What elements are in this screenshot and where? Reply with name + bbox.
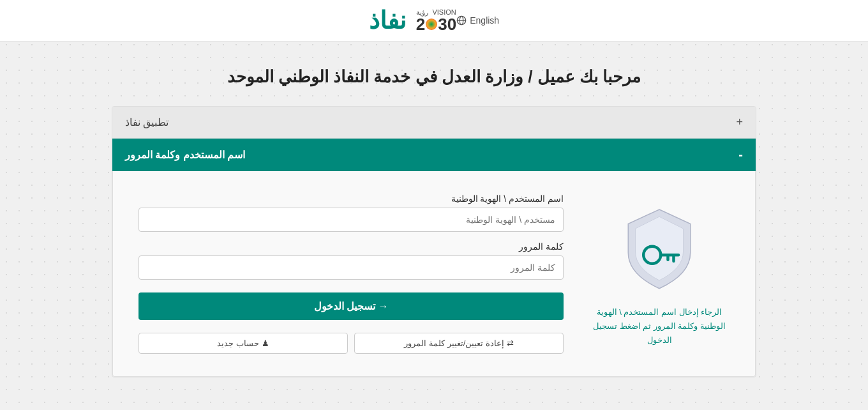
instruction-text: الرجاء إدخال اسم المستخدم \ الهوية الوطن… [589,305,730,347]
vision-year: 230 [416,16,456,33]
shield-key-illustration [611,200,707,296]
nafath-logo: نفاذ [369,6,407,34]
password-label: كلمة المرور [138,241,564,252]
username-label: اسم المستخدم \ الهوية الوطنية [138,194,564,204]
password-input[interactable] [138,255,564,280]
action-buttons: ⇄ إعادة تعيين/تغيير كلمة المرور ♟ حساب ج… [138,333,564,354]
credentials-collapse-icon: - [738,148,743,162]
credentials-tab-label: اسم المستخدم وكلمة المرور [125,149,245,161]
new-account-button[interactable]: ♟ حساب جديد [138,333,348,354]
illustration-section: الرجاء إدخال اسم المستخدم \ الهوية الوطن… [589,194,730,347]
accordion: + تطبيق نفاذ - اسم المستخدم وكلمة المرور… [112,106,756,377]
login-button[interactable]: → تسجيل الدخول [138,292,564,320]
nafath-expand-icon: + [736,116,743,129]
username-input[interactable] [138,208,564,232]
vision-dot [426,19,437,30]
password-field-group: كلمة المرور [138,241,564,280]
globe-icon [456,15,467,26]
main-content: مرحبا بك عميل / وزارة العدل في خدمة النف… [99,42,769,403]
login-panel: اسم المستخدم \ الهوية الوطنية كلمة المرو… [112,171,756,377]
header: English رؤية VISION 230 نفاذ [0,0,868,42]
credentials-tab[interactable]: - اسم المستخدم وكلمة المرور [112,139,756,171]
vision-2030-logo: رؤية VISION 230 [416,9,456,33]
logo-area: رؤية VISION 230 نفاذ [369,6,456,34]
reset-password-button[interactable]: ⇄ إعادة تعيين/تغيير كلمة المرور [354,333,564,354]
language-switcher[interactable]: English [456,15,499,26]
nafath-tab[interactable]: + تطبيق نفاذ [112,107,756,139]
lang-label: English [470,15,499,26]
login-form: اسم المستخدم \ الهوية الوطنية كلمة المرو… [138,194,564,354]
username-field-group: اسم المستخدم \ الهوية الوطنية [138,194,564,232]
page-title: مرحبا بك عميل / وزارة العدل في خدمة النف… [112,67,756,87]
nafath-tab-label: تطبيق نفاذ [125,116,168,128]
